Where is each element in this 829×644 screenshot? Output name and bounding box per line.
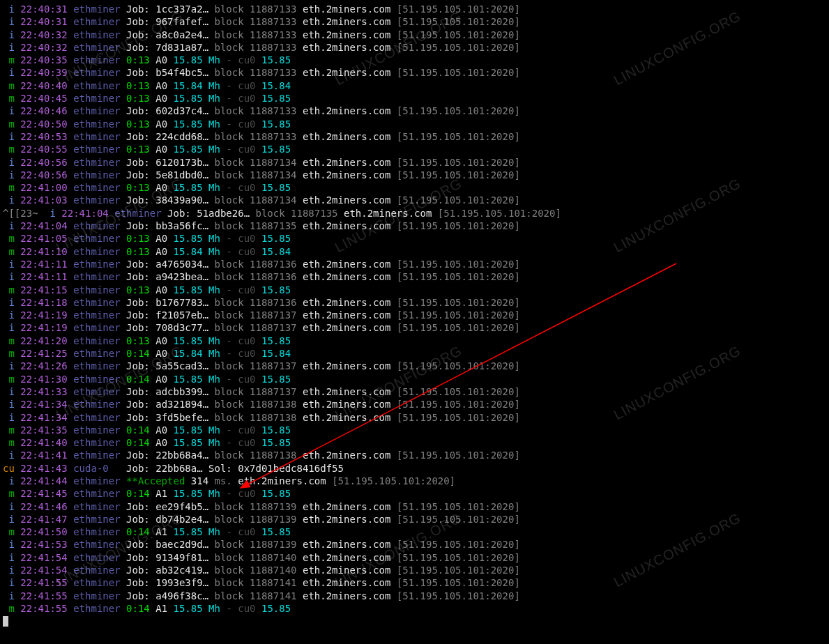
cursor-icon [3, 616, 8, 627]
log-line: m 22:41:35 ethminer 0:14 A0 15.85 Mh - c… [3, 424, 826, 436]
log-line: m 22:41:25 ethminer 0:14 A0 15.84 Mh - c… [3, 347, 826, 360]
log-line: m 22:41:20 ethminer 0:13 A0 15.85 Mh - c… [3, 335, 826, 347]
log-line: i 22:40:32 ethminer Job: 7d831a87… block… [3, 41, 826, 54]
log-line: m 22:40:45 ethminer 0:13 A0 15.85 Mh - c… [3, 92, 826, 105]
log-line: m 22:41:30 ethminer 0:14 A0 15.85 Mh - c… [3, 373, 826, 385]
log-line: i 22:40:39 ethminer Job: b54f4bc5… block… [3, 66, 826, 79]
log-line: i 22:41:33 ethminer Job: adcbb399… block… [3, 385, 826, 398]
log-line: i 22:40:32 ethminer Job: a8c0a2e4… block… [3, 29, 826, 41]
log-line: m 22:41:00 ethminer 0:13 A0 15.85 Mh - c… [3, 181, 826, 194]
log-line: i 22:41:11 ethminer Job: a4765034… block… [3, 258, 826, 270]
log-line: i 22:41:04 ethminer Job: bb3a56fc… block… [3, 220, 826, 232]
log-line: i 22:41:34 ethminer Job: 3fd5befe… block… [3, 411, 826, 424]
log-line: i 22:40:31 ethminer Job: 1cc337a2… block… [3, 3, 826, 15]
log-line: i 22:41:47 ethminer Job: db74b2e4… block… [3, 513, 826, 526]
log-line: i 22:41:34 ethminer Job: ad321894… block… [3, 398, 826, 411]
log-line: m 22:41:15 ethminer 0:13 A0 15.85 Mh - c… [3, 284, 826, 296]
log-line: m 22:41:05 ethminer 0:13 A0 15.85 Mh - c… [3, 232, 826, 245]
terminal-output: i 22:40:31 ethminer Job: 1cc337a2… block… [3, 3, 826, 628]
log-line: m 22:41:40 ethminer 0:14 A0 15.85 Mh - c… [3, 436, 826, 449]
log-line: ^[[23~ i 22:41:04 ethminer Job: 51adbe26… [3, 207, 826, 220]
log-line: m 22:40:55 ethminer 0:13 A0 15.85 Mh - c… [3, 143, 826, 155]
log-line: m 22:40:50 ethminer 0:13 A0 15.85 Mh - c… [3, 118, 826, 130]
log-line: i 22:41:19 ethminer Job: 708d3c77… block… [3, 321, 826, 334]
log-line: m 22:41:50 ethminer 0:14 A1 15.85 Mh - c… [3, 526, 826, 538]
log-line: i 22:41:54 ethminer Job: ab32c419… block… [3, 564, 826, 576]
log-line: m 22:40:35 ethminer 0:13 A0 15.85 Mh - c… [3, 54, 826, 66]
log-line: i 22:41:11 ethminer Job: a9423bea… block… [3, 270, 826, 283]
log-line: i 22:40:56 ethminer Job: 5e81dbd0… block… [3, 169, 826, 181]
log-line: i 22:41:19 ethminer Job: f21057eb… block… [3, 309, 826, 321]
log-line: m 22:41:55 ethminer 0:14 A1 15.85 Mh - c… [3, 602, 826, 615]
log-line: m 22:40:40 ethminer 0:13 A0 15.84 Mh - c… [3, 79, 826, 92]
log-line: m 22:41:45 ethminer 0:14 A1 15.85 Mh - c… [3, 487, 826, 500]
log-line: i 22:40:53 ethminer Job: 224cdd68… block… [3, 130, 826, 143]
log-line: i 22:41:46 ethminer Job: ee29f4b5… block… [3, 500, 826, 513]
log-line: m 22:41:10 ethminer 0:13 A0 15.84 Mh - c… [3, 245, 826, 258]
log-line: i 22:41:26 ethminer Job: 5a55cad3… block… [3, 360, 826, 372]
log-line: i 22:41:54 ethminer Job: 91349f81… block… [3, 551, 826, 564]
log-line: i 22:40:46 ethminer Job: 602d37c4… block… [3, 105, 826, 117]
log-line: i 22:41:55 ethminer Job: a496f38c… block… [3, 590, 826, 602]
log-line: i 22:41:18 ethminer Job: b1767783… block… [3, 296, 826, 309]
cursor-line [3, 615, 826, 627]
log-line: i 22:40:31 ethminer Job: 967fafef… block… [3, 15, 826, 28]
log-line: i 22:41:53 ethminer Job: baec2d9d… block… [3, 538, 826, 551]
log-line: i 22:41:55 ethminer Job: 1993e3f9… block… [3, 576, 826, 589]
log-line: i 22:41:44 ethminer **Accepted 314 ms. e… [3, 475, 826, 487]
log-line: cu 22:41:43 cuda-0 Job: 22bb68a… Sol: 0x… [3, 462, 826, 475]
log-line: i 22:40:56 ethminer Job: 6120173b… block… [3, 156, 826, 169]
log-line: i 22:41:03 ethminer Job: 38439a90… block… [3, 194, 826, 206]
log-line: i 22:41:41 ethminer Job: 22bb68a4… block… [3, 449, 826, 461]
